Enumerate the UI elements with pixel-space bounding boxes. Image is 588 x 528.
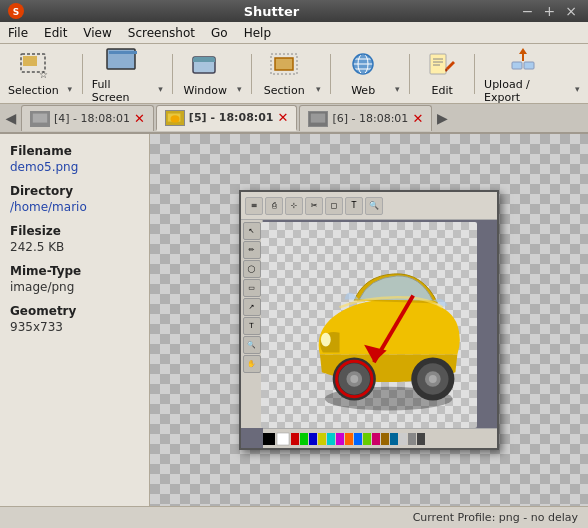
status-text: Current Profile: png - no delay — [413, 511, 578, 524]
tab6-thumb — [308, 111, 328, 127]
tab-5[interactable]: [5] - 18:08:01 ✕ — [156, 105, 298, 131]
window-icon — [189, 50, 221, 82]
window-button[interactable]: Window — [178, 48, 232, 100]
svg-rect-51 — [291, 433, 299, 445]
inner-tool3: ◯ — [243, 260, 261, 278]
main-area: Filename demo5.png Directory /home/mario… — [0, 134, 588, 506]
tab6-close[interactable]: ✕ — [412, 112, 423, 125]
svg-rect-7 — [109, 51, 137, 54]
maximize-button[interactable]: + — [541, 3, 559, 19]
svg-rect-26 — [524, 62, 534, 69]
filesize-label: Filesize — [10, 224, 139, 238]
minimize-button[interactable]: − — [519, 3, 537, 19]
section-label: Section — [264, 84, 305, 97]
edit-button[interactable]: Edit — [415, 48, 469, 100]
fullscreen-button[interactable]: Full Screen — [88, 48, 154, 100]
web-button[interactable]: Web — [336, 48, 390, 100]
inner-tool1: ↖ — [243, 222, 261, 240]
tab4-close[interactable]: ✕ — [134, 112, 145, 125]
sep4 — [330, 54, 331, 94]
menu-file[interactable]: File — [0, 24, 36, 42]
inner-screenshot: ≡ ⎙ ⊹ ✂ ◻ T 🔍 ↖ ✏ ◯ ▭ ↗ T 🔍 ✋ — [239, 190, 499, 450]
selection-label: Selection — [8, 84, 59, 97]
tab4-thumb — [30, 111, 50, 127]
svg-point-44 — [321, 333, 331, 347]
tab5-label: [5] - 18:08:01 — [189, 111, 274, 124]
selection-button[interactable]: ☆ Selection — [4, 48, 63, 100]
upload-button[interactable]: Upload / Export — [480, 48, 570, 100]
canvas: ≡ ⎙ ⊹ ✂ ◻ T 🔍 ↖ ✏ ◯ ▭ ↗ T 🔍 ✋ — [150, 134, 588, 506]
sidebar: Filename demo5.png Directory /home/mario… — [0, 134, 150, 506]
inner-tool8: ✋ — [243, 355, 261, 373]
car-svg — [261, 222, 477, 428]
mimetype-label: Mime-Type — [10, 264, 139, 278]
svg-rect-62 — [390, 433, 398, 445]
svg-rect-11 — [193, 60, 215, 62]
web-dropdown[interactable]: ▾ — [390, 48, 404, 100]
fullscreen-dropdown[interactable]: ▾ — [154, 48, 168, 100]
toolbar: ☆ Selection ▾ Full Screen ▾ — [0, 44, 588, 104]
svg-rect-34 — [311, 113, 325, 122]
svg-rect-59 — [363, 433, 371, 445]
sep6 — [474, 54, 475, 94]
svg-rect-55 — [327, 433, 335, 445]
window-dropdown[interactable]: ▾ — [232, 48, 246, 100]
selection-dropdown[interactable]: ▾ — [63, 48, 77, 100]
sep3 — [251, 54, 252, 94]
menu-help[interactable]: Help — [236, 24, 279, 42]
edit-icon — [426, 50, 458, 82]
menu-go[interactable]: Go — [203, 24, 236, 42]
inner-tool6: T — [243, 317, 261, 335]
svg-rect-60 — [372, 433, 380, 445]
titlebar: S Shutter − + × — [0, 0, 588, 22]
section-dropdown[interactable]: ▾ — [311, 48, 325, 100]
sep1 — [82, 54, 83, 94]
tab-6[interactable]: [6] - 18:08:01 ✕ — [299, 105, 432, 131]
svg-rect-64 — [408, 433, 416, 445]
section-button[interactable]: Section — [257, 48, 311, 100]
svg-rect-53 — [309, 433, 317, 445]
svg-rect-58 — [354, 433, 362, 445]
web-group: Web ▾ — [336, 48, 404, 100]
svg-rect-54 — [318, 433, 326, 445]
tab-prev[interactable]: ◀ — [2, 104, 20, 132]
svg-rect-65 — [417, 433, 425, 445]
upload-dropdown[interactable]: ▾ — [570, 48, 584, 100]
svg-rect-50 — [277, 433, 289, 445]
inner-tool5: ↗ — [243, 298, 261, 316]
menu-screenshot[interactable]: Screenshot — [120, 24, 203, 42]
svg-rect-25 — [512, 62, 522, 69]
svg-rect-61 — [381, 433, 389, 445]
svg-rect-56 — [336, 433, 344, 445]
fullscreen-label: Full Screen — [92, 78, 150, 104]
menu-view[interactable]: View — [75, 24, 119, 42]
inner-tb1: ≡ — [245, 197, 263, 215]
inner-tb5: ◻ — [325, 197, 343, 215]
inner-tb2: ⎙ — [265, 197, 283, 215]
filename-value: demo5.png — [10, 160, 139, 174]
tab6-label: [6] - 18:08:01 — [332, 112, 408, 125]
app-icon: S — [8, 3, 24, 19]
tab-4[interactable]: [4] - 18:08:01 ✕ — [21, 105, 154, 131]
web-label: Web — [351, 84, 375, 97]
inner-tb3: ⊹ — [285, 197, 303, 215]
statusbar: Current Profile: png - no delay — [0, 506, 588, 528]
geometry-value: 935x733 — [10, 320, 139, 334]
svg-text:☆: ☆ — [39, 69, 48, 80]
car-scene — [261, 222, 477, 428]
tab5-close[interactable]: ✕ — [278, 111, 289, 124]
directory-value: /home/mario — [10, 200, 139, 214]
svg-rect-21 — [430, 54, 446, 74]
menu-edit[interactable]: Edit — [36, 24, 75, 42]
close-button[interactable]: × — [562, 3, 580, 19]
selection-icon: ☆ — [17, 50, 49, 82]
svg-point-43 — [429, 375, 437, 383]
inner-tools-panel: ↖ ✏ ◯ ▭ ↗ T 🔍 ✋ — [241, 220, 263, 428]
upload-group: Upload / Export ▾ — [480, 48, 584, 100]
filename-label: Filename — [10, 144, 139, 158]
tab4-label: [4] - 18:08:01 — [54, 112, 130, 125]
inner-tool2: ✏ — [243, 241, 261, 259]
sep5 — [409, 54, 410, 94]
tabsbar: ◀ [4] - 18:08:01 ✕ [5] - 18:08:01 ✕ — [0, 104, 588, 134]
tab-next[interactable]: ▶ — [433, 104, 451, 132]
